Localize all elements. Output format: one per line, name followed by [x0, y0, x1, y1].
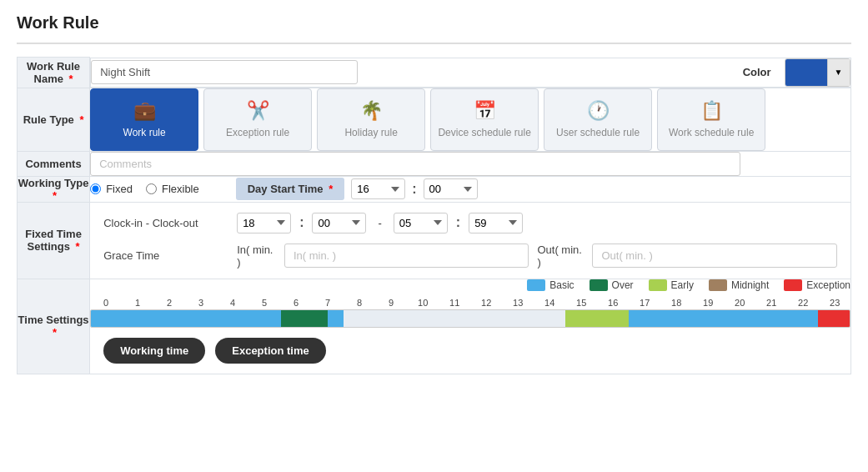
grace-in-label: In( min. ) [237, 244, 276, 269]
rule-type-holiday-rule[interactable]: 🌴 Holiday rule [317, 88, 425, 151]
legend-over-color [590, 279, 608, 291]
fixed-label: Fixed [106, 183, 133, 195]
device-schedule-rule-label: Device schedule rule [438, 127, 530, 138]
rule-type-work-rule[interactable]: 💼 Work rule [90, 88, 198, 151]
legend-exception-label: Exception [806, 279, 850, 291]
time-settings-label: Time Settings * [18, 279, 90, 374]
rule-type-exception-rule[interactable]: ✂️ Exception rule [203, 88, 312, 151]
comments-cell [90, 151, 851, 176]
timeline-bar [90, 309, 850, 328]
grace-out-label: Out( min. ) [537, 244, 584, 269]
work-rule-name-input[interactable] [91, 60, 358, 84]
legend-over: Over [590, 279, 634, 291]
fixed-time-settings-label: Fixed Time Settings * [18, 202, 90, 279]
buttons-row: Working time Exception time [90, 328, 850, 374]
clock-in-out-label: Clock-in - Clock-out [103, 217, 228, 229]
rule-type-user-schedule-rule[interactable]: 🕐 User schedule rule [544, 88, 652, 151]
flexible-radio-label[interactable]: Flexible [146, 183, 199, 195]
grace-in-input[interactable] [284, 244, 529, 268]
clock-out-minute-select[interactable]: 59 00153045 [469, 213, 523, 233]
grace-out-input[interactable] [592, 244, 837, 268]
user-schedule-rule-icon: 🕐 [587, 100, 610, 122]
working-time-button[interactable]: Working time [103, 338, 205, 364]
holiday-rule-label: Holiday rule [344, 127, 397, 138]
work-schedule-rule-label: Work schedule rule [669, 127, 755, 138]
day-start-time-separator: : [412, 182, 416, 197]
legend-early-color [649, 279, 667, 291]
rule-type-work-schedule-rule[interactable]: 📋 Work schedule rule [657, 88, 765, 151]
device-schedule-rule-icon: 📅 [474, 100, 496, 122]
legend-early: Early [649, 279, 694, 291]
comments-label: Comments [18, 151, 90, 176]
clock-in-hour-select[interactable]: 18 000102 030405 060708 091011 121314 15… [237, 213, 291, 233]
color-label: Color [743, 66, 771, 78]
color-swatch [785, 59, 827, 86]
work-rule-icon: 💼 [133, 100, 156, 122]
user-schedule-rule-label: User schedule rule [556, 127, 640, 138]
legend-early-label: Early [671, 279, 694, 291]
time-settings-legend: Basic Over Early Midnight [90, 279, 850, 291]
legend-basic: Basic [527, 279, 574, 291]
legend-midnight-label: Midnight [731, 279, 769, 291]
day-start-time-label: Day Start Time * [236, 178, 344, 200]
working-type-radio-group: Fixed Flexible [90, 183, 199, 195]
legend-over-label: Over [612, 279, 634, 291]
legend-midnight-color [709, 279, 727, 291]
work-rule-name-label: Work Rule Name * [18, 58, 90, 88]
holiday-rule-icon: 🌴 [360, 100, 383, 122]
legend-basic-label: Basic [549, 279, 574, 291]
flexible-label: Flexible [162, 183, 199, 195]
clock-out-sep: : [456, 215, 460, 230]
day-start-time-container: Day Start Time * 16 000102 030405 060708… [236, 178, 478, 200]
work-schedule-rule-icon: 📋 [700, 100, 723, 122]
legend-exception: Exception [784, 279, 850, 291]
legend-midnight: Midnight [709, 279, 769, 291]
exception-rule-label: Exception rule [226, 127, 289, 138]
rule-type-label: Rule Type * [18, 88, 90, 151]
clock-dash: - [378, 217, 381, 229]
comments-input[interactable] [90, 152, 740, 176]
exception-rule-icon: ✂️ [247, 100, 269, 122]
timeline-container: 01234567891011121314151617181920212223 [90, 298, 850, 328]
time-settings-cell: Basic Over Early Midnight [90, 279, 851, 374]
legend-exception-color [784, 279, 802, 291]
clock-in-sep: : [299, 215, 304, 230]
clock-in-out-row: Clock-in - Clock-out 18 000102 030405 06… [103, 213, 837, 233]
timeline-hours: 01234567891011121314151617181920212223 [90, 298, 850, 309]
color-picker[interactable]: ▼ [785, 58, 850, 87]
clock-in-minute-select[interactable]: 00 15304559 [312, 213, 366, 233]
grace-time-label: Grace Time [103, 249, 228, 262]
color-dropdown-button[interactable]: ▼ [827, 59, 850, 86]
fixed-radio-label[interactable]: Fixed [90, 183, 133, 195]
fixed-radio[interactable] [90, 183, 101, 194]
working-type-cell: Fixed Flexible Day Start Time * [90, 176, 851, 202]
working-type-label: Working Type * [18, 176, 90, 202]
fixed-time-settings-cell: Clock-in - Clock-out 18 000102 030405 06… [90, 202, 851, 279]
rule-type-options: 💼 Work rule ✂️ Exception rule 🌴 Holiday … [90, 88, 850, 151]
page-title: Work Rule [17, 13, 851, 44]
rule-type-cell: 💼 Work rule ✂️ Exception rule 🌴 Holiday … [90, 88, 851, 151]
legend-basic-color [527, 279, 545, 291]
rule-type-device-schedule-rule[interactable]: 📅 Device schedule rule [430, 88, 539, 151]
day-start-minute-select[interactable]: 00 15304559 [424, 178, 478, 199]
day-start-hour-select[interactable]: 16 000102 030405 060708 091011 121314 15… [351, 178, 405, 199]
flexible-radio[interactable] [146, 183, 157, 194]
exception-time-button[interactable]: Exception time [215, 338, 325, 364]
work-rule-label: Work rule [123, 127, 166, 138]
grace-time-row: Grace Time In( min. ) Out( min. ) [103, 244, 837, 269]
clock-out-hour-select[interactable]: 05 000102 030406 070809 101112 131415 16… [394, 213, 448, 233]
